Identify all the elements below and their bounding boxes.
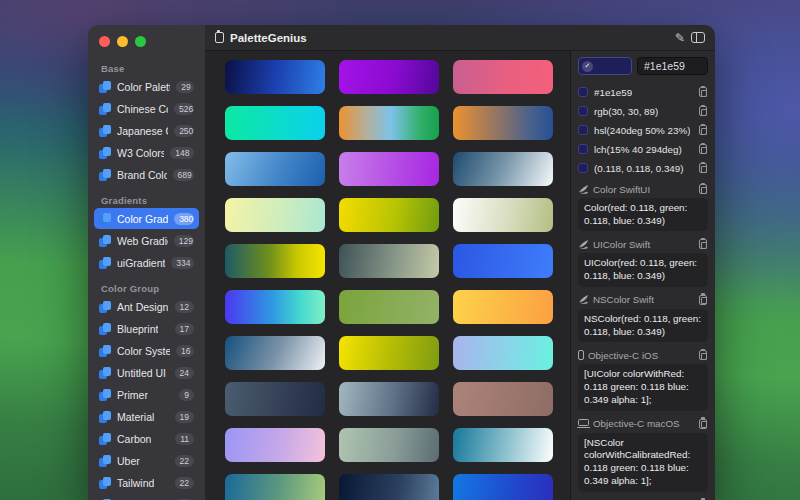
close-button[interactable] [99, 36, 110, 47]
gradient-swatch-6[interactable] [453, 106, 553, 140]
minimize-button[interactable] [117, 36, 128, 47]
copy-button[interactable] [698, 105, 708, 117]
copy-button[interactable] [698, 162, 708, 174]
sidebar-item-label: W3 Colors [117, 147, 164, 159]
copy-button[interactable] [698, 86, 708, 98]
documents-icon [99, 81, 111, 93]
gradient-swatch-22[interactable] [225, 382, 325, 416]
gradient-swatch-1[interactable] [225, 60, 325, 94]
sidebar-section-label: Base [101, 63, 205, 74]
gradient-swatch-9[interactable] [453, 152, 553, 186]
sidebar-item-bootstrap[interactable]: Bootstrap11 [94, 494, 199, 500]
gradient-swatch-2[interactable] [339, 60, 439, 94]
sidebar-item-label: Carbon [117, 433, 151, 445]
count-badge: 380 [174, 213, 194, 225]
sidebar-item-label: Japanese Color [117, 125, 168, 137]
sidebar-item-primer[interactable]: Primer9 [94, 384, 199, 405]
code-section-header: Color SwiftUI [578, 183, 708, 195]
documents-icon [99, 455, 111, 467]
gradient-swatch-19[interactable] [225, 336, 325, 370]
gradient-swatch-20[interactable] [339, 336, 439, 370]
gradient-swatch-16[interactable] [225, 290, 325, 324]
gradient-swatch-3[interactable] [453, 60, 553, 94]
sidebar-item-label: Material [117, 411, 154, 423]
documents-icon [99, 367, 111, 379]
gradient-swatch-26[interactable] [339, 428, 439, 462]
color-preview-box [578, 125, 588, 135]
gradient-swatch-13[interactable] [225, 244, 325, 278]
gradient-swatch-28[interactable] [225, 474, 325, 500]
sidebar-item-uber[interactable]: Uber22 [94, 450, 199, 471]
count-badge: 12 [175, 301, 194, 313]
sidebar-item-tailwind[interactable]: Tailwind22 [94, 472, 199, 493]
copy-button[interactable] [698, 349, 708, 361]
gradient-swatch-17[interactable] [339, 290, 439, 324]
gradient-swatch-7[interactable] [225, 152, 325, 186]
documents-icon [99, 169, 111, 181]
gradient-swatch-12[interactable] [453, 198, 553, 232]
color-format-value: #1e1e59 [594, 87, 632, 98]
gradient-swatch-24[interactable] [453, 382, 553, 416]
gradient-swatch-4[interactable] [225, 106, 325, 140]
color-format-value: hsl(240deg 50% 23%) [594, 125, 690, 136]
gradient-swatch-18[interactable] [453, 290, 553, 324]
sidebar-item-blueprint[interactable]: Blueprint17 [94, 318, 199, 339]
gradient-swatch-27[interactable] [453, 428, 553, 462]
copy-button[interactable] [698, 294, 708, 306]
color-format-row: hsl(240deg 50% 23%) [578, 122, 708, 138]
gradient-swatch-29[interactable] [339, 474, 439, 500]
gradient-swatch-8[interactable] [339, 152, 439, 186]
gradient-swatch-21[interactable] [453, 336, 553, 370]
sidebar-item-label: Untitled UI [117, 367, 166, 379]
sidebar-item-color-gradients[interactable]: Color Gradients380 [94, 208, 199, 229]
gradient-swatch-30[interactable] [453, 474, 553, 500]
current-color-swatch[interactable]: ✓ [578, 57, 632, 75]
copy-button[interactable] [698, 183, 708, 195]
gradient-swatch-14[interactable] [339, 244, 439, 278]
code-snippet[interactable]: [UIColor colorWithRed: 0.118 green: 0.11… [578, 364, 708, 410]
clipboard-icon [699, 87, 707, 97]
sidebar-toggle-icon[interactable] [691, 32, 705, 43]
gradient-swatch-25[interactable] [225, 428, 325, 462]
edit-pencil-icon[interactable]: ✎ [675, 32, 685, 44]
code-snippet[interactable]: UIColor(red: 0.118, green: 0.118, blue: … [578, 253, 708, 286]
sidebar-item-japanese-color[interactable]: Japanese Color250 [94, 120, 199, 141]
gradient-swatch-23[interactable] [339, 382, 439, 416]
copy-button[interactable] [698, 418, 708, 430]
clipboard-icon [699, 125, 707, 135]
copy-button[interactable] [698, 143, 708, 155]
sidebar-item-color-system[interactable]: Color System16 [94, 340, 199, 361]
code-snippet[interactable]: [NSColor colorWithCalibratedRed: 0.118 g… [578, 433, 708, 492]
gradient-swatch-10[interactable] [225, 198, 325, 232]
sidebar-item-color-palettes[interactable]: Color Palettes29 [94, 76, 199, 97]
edit-color-icon[interactable]: ✓ [582, 61, 593, 72]
sidebar-item-label: Brand Colors [117, 169, 167, 181]
swift-icon [578, 239, 589, 250]
code-snippet[interactable]: Color(red: 0.118, green: 0.118, blue: 0.… [578, 198, 708, 231]
copy-button[interactable] [698, 238, 708, 250]
clipboard-icon [699, 350, 707, 360]
gradient-swatch-15[interactable] [453, 244, 553, 278]
count-badge: 16 [176, 345, 194, 357]
sidebar-item-untitled-ui[interactable]: Untitled UI24 [94, 362, 199, 383]
count-badge: 129 [174, 235, 194, 247]
sidebar-item-chinese-colors[interactable]: Chinese Colors526 [94, 98, 199, 119]
code-snippet[interactable]: NSColor(red: 0.118, green: 0.118, blue: … [578, 309, 708, 342]
sidebar-item-carbon[interactable]: Carbon11 [94, 428, 199, 449]
clipboard-icon [699, 419, 707, 429]
copy-button[interactable] [698, 124, 708, 136]
sidebar-item-ant-design[interactable]: Ant Design12 [94, 296, 199, 317]
sidebar-item-brand-colors[interactable]: Brand Colors689 [94, 164, 199, 185]
laptop-icon [578, 419, 589, 426]
documents-icon [99, 433, 111, 445]
gradient-swatch-11[interactable] [339, 198, 439, 232]
sidebar-item-uigradients[interactable]: uiGradients334 [94, 252, 199, 273]
sidebar-item-material[interactable]: Material19 [94, 406, 199, 427]
sidebar-item-web-gradients[interactable]: Web Gradients129 [94, 230, 199, 251]
hex-input[interactable] [637, 57, 708, 75]
sidebar-item-w3-colors[interactable]: W3 Colors148 [94, 142, 199, 163]
fullscreen-button[interactable] [135, 36, 146, 47]
sidebar-section-label: Gradients [101, 195, 205, 206]
gradient-swatch-5[interactable] [339, 106, 439, 140]
sidebar-section-label: Color Group [101, 283, 205, 294]
